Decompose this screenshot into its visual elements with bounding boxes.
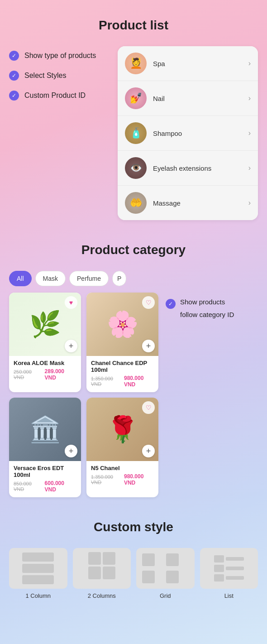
product-list-content: ✓ Show type of products ✓ Select Styles … [9, 46, 258, 220]
tab-mask[interactable]: Mask [35, 271, 66, 286]
preview-col-right [103, 552, 115, 579]
product-info-n5: N5 Chanel 1.350.000 VND 980.000 VND [86, 461, 158, 490]
custom-style-section: Custom style 1 Column [0, 511, 267, 617]
preview-block-grid-3 [142, 571, 155, 583]
heart-button-chanel[interactable]: ♡ [142, 296, 155, 309]
product-name-versace: Versace Eros EDT 100ml [14, 465, 76, 478]
product-category-title: Product category [9, 243, 258, 257]
style-option-grid[interactable]: Grid [136, 548, 195, 599]
style-label-2col: 2 Columns [88, 592, 116, 599]
category-section-content: All Mask Perfume P 🌿 ♥ + K [9, 271, 258, 497]
chevron-icon-eyelash: › [248, 164, 251, 172]
tab-perfume[interactable]: Perfume [69, 271, 109, 286]
price-original-versace: 850.000 VND [14, 481, 43, 492]
category-list-panel: 💆 Spa › 💅 Nail › 🧴 Shampoo › 👁️ Eyelash … [118, 46, 258, 220]
category-thumb-eyelash: 👁️ [125, 157, 147, 179]
heart-button-aloe[interactable]: ♥ [65, 296, 77, 309]
add-button-chanel[interactable]: + [142, 340, 155, 352]
category-thumb-nail: 💅 [125, 87, 147, 109]
category-item-massage[interactable]: 🤲 Massage › [118, 186, 258, 220]
feature-item-1: ✓ Show type of products [9, 51, 109, 61]
style-label-list: List [224, 592, 234, 599]
check-icon-show-products: ✓ [166, 299, 176, 309]
show-products-label: Show products [180, 298, 225, 306]
tab-more[interactable]: P [112, 271, 126, 286]
category-thumb-spa: 💆 [125, 53, 147, 74]
preview-block-2col-1 [88, 552, 101, 565]
product-card-chanel[interactable]: 🌸 ♡ + Chanel Chance EDP 100ml 1.350.000 … [86, 293, 158, 392]
style-option-list[interactable]: List [200, 548, 258, 599]
add-button-n5[interactable]: + [142, 445, 155, 457]
style-label-1col: 1 Column [25, 592, 51, 599]
follow-category-label: follow category ID [166, 311, 258, 318]
price-sale-aloe: 289.000 VND [45, 368, 76, 381]
preview-list-row-1 [214, 555, 244, 562]
price-row-n5: 1.350.000 VND 980.000 VND [91, 473, 154, 486]
price-sale-n5: 980.000 VND [124, 473, 154, 486]
category-item-spa[interactable]: 💆 Spa › [118, 46, 258, 81]
category-thumb-shampoo: 🧴 [125, 122, 147, 144]
preview-col-left [88, 552, 101, 579]
preview-list-row-2 [214, 565, 244, 572]
preview-block-2col-2 [88, 567, 101, 579]
style-preview-1col [9, 548, 67, 589]
product-name-chanel: Chanel Chance EDP 100ml [91, 360, 154, 373]
product-card-aloe[interactable]: 🌿 ♥ + Korea ALOE Mask 250.000 VND 289.00… [9, 293, 81, 392]
price-original-chanel: 1.350.000 VND [91, 376, 122, 387]
product-name-n5: N5 Chanel [91, 465, 154, 471]
product-emoji-aloe: 🌿 [29, 309, 61, 339]
add-button-aloe[interactable]: + [65, 340, 77, 352]
preview-block-grid-1 [142, 553, 155, 566]
product-grid: 🌿 ♥ + Korea ALOE Mask 250.000 VND 289.00… [9, 293, 158, 497]
feature-label-2: Select Styles [24, 72, 66, 80]
product-list-section: Product list ✓ Show type of products ✓ S… [0, 0, 267, 234]
price-sale-chanel: 980.000 VND [124, 375, 154, 388]
add-button-versace[interactable]: + [65, 445, 77, 457]
category-item-shampoo[interactable]: 🧴 Shampoo › [118, 116, 258, 151]
preview-list-ln-3 [226, 576, 244, 580]
preview-list-sq-3 [214, 574, 224, 582]
product-image-wrap-chanel: 🌸 ♡ + [86, 293, 158, 356]
product-category-section: Product category All Mask Perfume P 🌿 [0, 234, 267, 511]
product-info-chanel: Chanel Chance EDP 100ml 1.350.000 VND 98… [86, 356, 158, 392]
style-preview-inner-grid [142, 552, 189, 585]
preview-block-1col-1 [22, 553, 54, 562]
preview-block-grid-2 [166, 553, 179, 566]
product-info-versace: Versace Eros EDT 100ml 850.000 VND 600.0… [9, 461, 81, 497]
preview-block-1col-2 [22, 564, 54, 573]
product-list-title: Product list [9, 18, 258, 33]
product-emoji-versace: 🏛️ [29, 414, 61, 444]
chevron-icon-nail: › [248, 94, 251, 102]
category-item-nail[interactable]: 💅 Nail › [118, 81, 258, 116]
category-item-eyelash[interactable]: 👁️ Eyelash extensions › [118, 151, 258, 186]
price-row-versace: 850.000 VND 600.000 VND [14, 480, 76, 493]
heart-button-n5[interactable]: ♡ [142, 401, 155, 414]
style-preview-inner-2col [78, 552, 125, 585]
chevron-icon-massage: › [248, 199, 251, 207]
product-emoji-chanel: 🌸 [107, 309, 138, 339]
category-name-spa: Spa [153, 60, 248, 67]
check-icon-1: ✓ [9, 51, 19, 61]
check-icon-3: ✓ [9, 91, 19, 101]
price-original-n5: 1.350.000 VND [91, 474, 122, 485]
category-name-nail: Nail [153, 95, 248, 102]
preview-block-grid-4 [166, 571, 179, 583]
tab-all[interactable]: All [9, 271, 32, 286]
price-original-aloe: 250.000 VND [14, 369, 43, 380]
preview-list-ln-1 [226, 557, 244, 561]
product-card-versace[interactable]: 🏛️ + Versace Eros EDT 100ml 850.000 VND … [9, 398, 81, 497]
product-info-aloe: Korea ALOE Mask 250.000 VND 289.000 VND [9, 356, 81, 385]
price-row-chanel: 1.350.000 VND 980.000 VND [91, 375, 154, 388]
feature-label-3: Custom Product ID [24, 91, 86, 100]
product-card-n5[interactable]: 🌹 ♡ + N5 Chanel 1.350.000 VND 980.000 VN… [86, 398, 158, 497]
preview-list-sq-2 [214, 565, 224, 572]
style-preview-2col [73, 548, 131, 589]
category-tabs: All Mask Perfume P [9, 271, 158, 286]
category-name-massage: Massage [153, 199, 248, 207]
product-name-aloe: Korea ALOE Mask [14, 360, 76, 366]
style-preview-inner-1col [15, 552, 62, 585]
style-option-2col[interactable]: 2 Columns [73, 548, 131, 599]
product-emoji-n5: 🌹 [107, 414, 138, 444]
style-option-1col[interactable]: 1 Column [9, 548, 67, 599]
preview-block-2col-4 [103, 567, 115, 579]
